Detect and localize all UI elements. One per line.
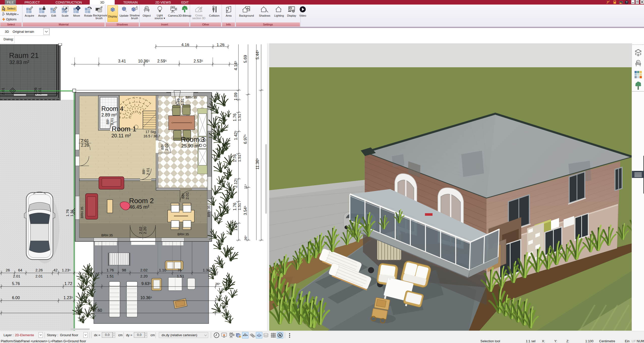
svg-text:1.51: 1.51 xyxy=(237,203,241,210)
svg-text:1.51: 1.51 xyxy=(180,98,185,105)
svg-text:88⁵: 88⁵ xyxy=(181,193,185,199)
svg-text:46.45 m²: 46.45 m² xyxy=(129,204,149,210)
svg-text:1.51: 1.51 xyxy=(237,114,241,121)
svg-text:5.69: 5.69 xyxy=(243,55,248,63)
svg-text:11⁵: 11⁵ xyxy=(244,184,248,189)
svg-text:1.51: 1.51 xyxy=(177,274,184,278)
svg-text:?: ? xyxy=(626,1,627,4)
svg-text:1.51: 1.51 xyxy=(237,154,241,162)
svg-text:1.51: 1.51 xyxy=(106,274,114,278)
svg-text:1.76: 1.76 xyxy=(233,113,237,121)
svg-text:1.09: 1.09 xyxy=(234,92,238,100)
svg-text:5.44⁵: 5.44⁵ xyxy=(255,50,260,59)
svg-text:2.26: 2.26 xyxy=(33,87,38,95)
svg-text:2.01: 2.01 xyxy=(38,87,42,95)
svg-text:6.00: 6.00 xyxy=(12,296,20,300)
svg-text:1.76: 1.76 xyxy=(176,98,180,105)
svg-text:Room 4: Room 4 xyxy=(101,105,124,112)
svg-text:1.51: 1.51 xyxy=(70,209,74,216)
svg-text:Select: Select xyxy=(7,7,16,10)
svg-text:88⁵: 88⁵ xyxy=(160,144,164,150)
svg-text:2.02: 2.02 xyxy=(138,227,143,234)
svg-text:3.41: 3.41 xyxy=(118,59,126,63)
svg-text:2.01: 2.01 xyxy=(185,192,189,199)
svg-text:42: 42 xyxy=(53,268,58,272)
svg-text:1.76: 1.76 xyxy=(106,268,114,272)
svg-text:98: 98 xyxy=(122,268,126,272)
svg-text:Room 3: Room 3 xyxy=(181,136,205,143)
svg-text:76: 76 xyxy=(177,268,182,272)
svg-text:?: ? xyxy=(227,7,229,11)
svg-text:2.01: 2.01 xyxy=(13,274,20,278)
svg-text:36⁵: 36⁵ xyxy=(215,282,220,286)
svg-text:Raum 21: Raum 21 xyxy=(9,51,39,59)
svg-text:2.12⁵: 2.12⁵ xyxy=(234,178,238,188)
svg-text:6.97⁵: 6.97⁵ xyxy=(243,134,248,144)
svg-text:Room 2: Room 2 xyxy=(129,197,154,205)
svg-text:4.14⁵: 4.14⁵ xyxy=(234,61,238,70)
svg-text:88⁵: 88⁵ xyxy=(105,119,110,124)
svg-text:1.23⁵: 1.23⁵ xyxy=(64,296,73,300)
svg-text:1.30⁵: 1.30⁵ xyxy=(203,268,211,272)
svg-text:2.26: 2.26 xyxy=(81,143,89,147)
svg-text:2.02: 2.02 xyxy=(140,268,147,272)
svg-text:2.01: 2.01 xyxy=(110,118,114,125)
svg-text:9.63⁵: 9.63⁵ xyxy=(141,282,151,286)
svg-text:1.10: 1.10 xyxy=(159,268,166,272)
svg-text:25.90 m²: 25.90 m² xyxy=(181,143,200,148)
svg-text:88⁵: 88⁵ xyxy=(141,169,146,174)
svg-text:32.83 m²: 32.83 m² xyxy=(9,59,29,65)
svg-text:2.26: 2.26 xyxy=(35,268,43,272)
svg-text:17 Stg.: 17 Stg. xyxy=(145,130,157,134)
svg-text:BRH 35: BRH 35 xyxy=(186,96,197,99)
svg-text:BRH 35: BRH 35 xyxy=(207,205,211,217)
svg-text:10.36⁵: 10.36⁵ xyxy=(140,296,152,300)
svg-text:N: N xyxy=(279,333,281,337)
svg-text:64: 64 xyxy=(18,268,22,272)
svg-text:2.01: 2.01 xyxy=(1,87,5,95)
svg-text:2.01: 2.01 xyxy=(164,143,169,150)
svg-text:1.26: 1.26 xyxy=(217,43,224,47)
svg-text:1.45: 1.45 xyxy=(234,223,238,231)
svg-text:BRH 35: BRH 35 xyxy=(101,233,113,237)
svg-text:5.76: 5.76 xyxy=(12,282,20,286)
svg-text:1.42⁵: 1.42⁵ xyxy=(234,131,238,140)
svg-text:2.01: 2.01 xyxy=(146,168,150,175)
svg-text:1.76: 1.76 xyxy=(233,203,237,210)
svg-text:17.60: 17.60 xyxy=(92,308,102,313)
svg-text:1.76: 1.76 xyxy=(233,154,237,162)
svg-text:1.72: 1.72 xyxy=(64,282,72,286)
svg-text:1.76: 1.76 xyxy=(65,209,70,216)
svg-text:BRH 35: BRH 35 xyxy=(177,232,189,236)
svg-text:11.36⁵: 11.36⁵ xyxy=(255,158,260,169)
svg-text:2.20: 2.20 xyxy=(140,274,147,278)
svg-text:36⁵: 36⁵ xyxy=(244,235,248,240)
svg-text:16.5 / 30.7: 16.5 / 30.7 xyxy=(143,134,160,138)
svg-text:26: 26 xyxy=(6,268,10,272)
svg-text:2.53⁵: 2.53⁵ xyxy=(194,59,203,63)
svg-text:2.20: 2.20 xyxy=(143,227,147,234)
svg-text:1.23⁵: 1.23⁵ xyxy=(62,268,71,272)
svg-text:BRH 35: BRH 35 xyxy=(80,207,84,218)
svg-text:2.59⁵: 2.59⁵ xyxy=(157,59,167,63)
svg-text:Room 1: Room 1 xyxy=(112,125,136,133)
svg-text:20.11 m²: 20.11 m² xyxy=(111,133,131,138)
svg-text:10.36⁵: 10.36⁵ xyxy=(138,59,150,63)
svg-text:3.54⁵: 3.54⁵ xyxy=(243,206,248,215)
svg-text:2.89 m²: 2.89 m² xyxy=(101,112,117,117)
svg-text:2.01: 2.01 xyxy=(81,139,89,143)
svg-text:2.01: 2.01 xyxy=(35,274,43,278)
svg-text:4.16: 4.16 xyxy=(181,43,189,47)
